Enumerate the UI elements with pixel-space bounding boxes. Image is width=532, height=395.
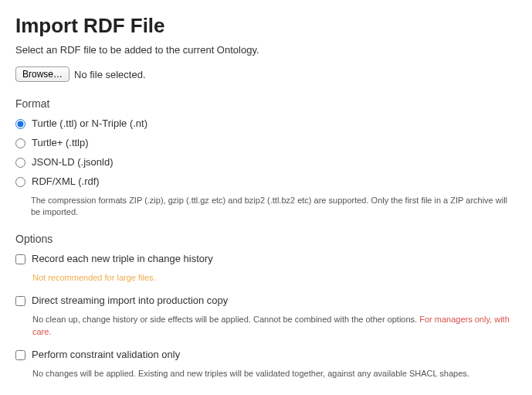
option-sub-text: No clean up, change history or side effe… (32, 315, 419, 324)
format-radio-jsonld[interactable] (15, 158, 25, 168)
format-option-turtleplus[interactable]: Turtle+ (.ttlp) (15, 137, 517, 148)
format-option-jsonld[interactable]: JSON-LD (.jsonld) (15, 156, 517, 168)
browse-button[interactable]: Browse… (15, 66, 69, 82)
format-group: Turtle (.ttl) or N-Triple (.nt) Turtle+ … (15, 117, 517, 187)
format-heading: Format (15, 97, 517, 110)
option-sub-record-history: Not recommended for large files. (32, 272, 517, 284)
option-record-history: Record each new triple in change history… (15, 253, 517, 284)
option-label: Direct streaming import into production … (32, 295, 228, 306)
option-check-record-history[interactable]: Record each new triple in change history (15, 253, 517, 264)
format-radio-rdfxml[interactable] (15, 177, 25, 187)
options-heading: Options (15, 233, 517, 245)
option-label: Record each new triple in change history (32, 253, 213, 264)
option-sub-text: No changes will be applied. Existing and… (32, 369, 469, 378)
format-radio-turtle[interactable] (15, 119, 25, 129)
checkbox-constraint-validation[interactable] (15, 350, 25, 360)
option-label: Perform constraint validation only (32, 349, 180, 360)
option-constraint-validation: Perform constraint validation only No ch… (15, 349, 517, 380)
compression-note: The compression formats ZIP (.zip), gzip… (31, 195, 517, 219)
format-label: Turtle (.ttl) or N-Triple (.nt) (32, 117, 147, 129)
option-direct-streaming: Direct streaming import into production … (15, 295, 517, 338)
format-label: RDF/XML (.rdf) (32, 175, 100, 187)
format-label: JSON-LD (.jsonld) (32, 156, 113, 168)
format-option-turtle[interactable]: Turtle (.ttl) or N-Triple (.nt) (15, 117, 517, 129)
format-radio-turtleplus[interactable] (15, 138, 25, 148)
option-sub-direct-streaming: No clean up, change history or side effe… (32, 314, 517, 338)
format-label: Turtle+ (.ttlp) (32, 137, 89, 148)
option-check-direct-streaming[interactable]: Direct streaming import into production … (15, 295, 517, 306)
option-check-constraint-validation[interactable]: Perform constraint validation only (15, 349, 517, 360)
file-status-text: No file selected. (74, 69, 146, 80)
option-sub-constraint-validation: No changes will be applied. Existing and… (32, 368, 517, 380)
page-title: Import RDF File (15, 14, 517, 38)
option-warn-orange: Not recommended for large files. (32, 273, 156, 282)
checkbox-direct-streaming[interactable] (15, 296, 25, 306)
file-selector-row: Browse… No file selected. (15, 66, 517, 82)
checkbox-record-history[interactable] (15, 254, 25, 264)
intro-text: Select an RDF file to be added to the cu… (15, 44, 517, 56)
format-option-rdfxml[interactable]: RDF/XML (.rdf) (15, 175, 517, 187)
